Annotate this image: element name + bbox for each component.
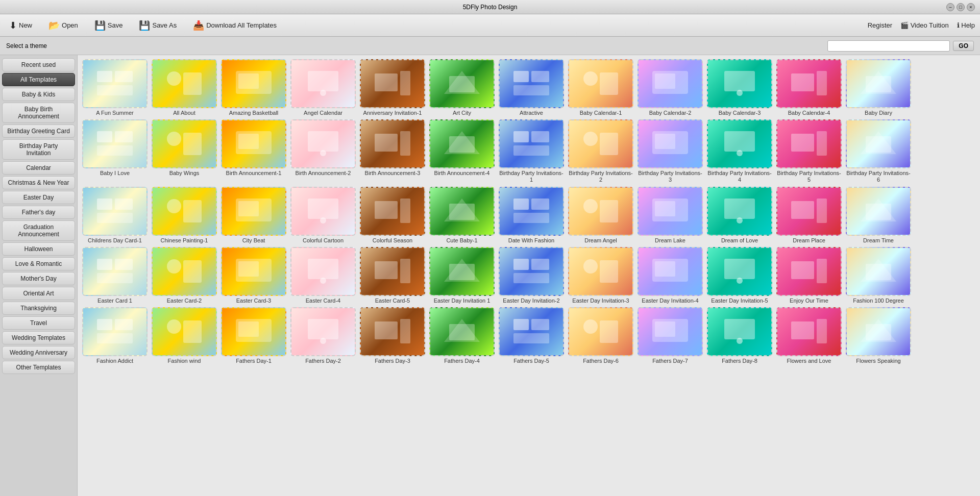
template-item[interactable]: Easter Day Invitation 1 <box>429 247 495 304</box>
sidebar-item-mothers-day[interactable]: Mother's Day <box>2 272 75 285</box>
template-item[interactable]: Birthday Party Invitations-5 <box>776 119 842 183</box>
template-item[interactable]: Birth Announcement-3 <box>359 119 426 183</box>
template-item[interactable]: Birthday Party Invitations-2 <box>568 119 634 183</box>
sidebar-item-love-romantic[interactable]: Love & Romantic <box>2 257 75 270</box>
template-item[interactable]: Dream Angel <box>568 187 634 244</box>
template-item[interactable]: Birthday Party Invitations-3 <box>637 119 703 183</box>
template-label: Enjoy Our Time <box>790 297 828 304</box>
template-item[interactable]: Anniversary Invitation-1 <box>359 59 426 116</box>
template-item[interactable]: Birth Announcement-2 <box>290 119 356 183</box>
sidebar-item-easter[interactable]: Easter Day <box>2 191 75 204</box>
template-item[interactable]: City Beat <box>220 187 287 244</box>
template-item[interactable]: Birthday Party Invitations-6 <box>845 119 912 183</box>
minimize-button[interactable]: – <box>946 3 954 11</box>
template-item[interactable]: Fathers Day-8 <box>706 307 773 364</box>
svg-rect-67 <box>513 213 549 223</box>
new-button[interactable]: ⬇ New <box>5 18 36 33</box>
sidebar-item-thanksgiving[interactable]: Thanksgiving <box>2 302 75 315</box>
template-item[interactable]: Attractive <box>498 59 565 116</box>
template-item[interactable]: Dream Lake <box>637 187 703 244</box>
template-thumbnail <box>708 248 771 295</box>
template-item[interactable]: Easter Card-3 <box>220 247 287 304</box>
template-item[interactable]: Colorful Cartoon <box>290 187 356 244</box>
maximize-button[interactable]: □ <box>957 3 965 11</box>
save-as-button[interactable]: 💾 Save As <box>135 18 181 33</box>
open-button[interactable]: 📂 Open <box>44 18 82 33</box>
template-item[interactable]: Baby Calendar-1 <box>568 59 634 116</box>
template-item[interactable]: Flowers Speaking <box>845 307 912 364</box>
template-item[interactable]: Amazing Basketball <box>220 59 287 116</box>
template-item[interactable]: Easter Card-2 <box>151 247 217 304</box>
template-item[interactable]: A Fun Summer <box>82 59 148 116</box>
template-item[interactable]: Fashion Addict <box>82 307 148 364</box>
template-item[interactable]: Enjoy Our Time <box>776 247 842 304</box>
template-item[interactable]: Easter Day Invitation-3 <box>568 247 634 304</box>
template-item[interactable]: Baby Diary <box>845 59 912 116</box>
sidebar-item-wedding-anniv[interactable]: Wedding Anniversary <box>2 346 75 359</box>
template-item[interactable]: Cute Baby-1 <box>429 187 495 244</box>
search-go-button[interactable]: GO <box>953 41 974 51</box>
sidebar-item-oriental[interactable]: Oriental Art <box>2 287 75 300</box>
sidebar-item-christmas[interactable]: Christmas & New Year <box>2 176 75 189</box>
template-item[interactable]: Fathers Day-5 <box>498 307 565 364</box>
template-item[interactable]: Fathers Day-2 <box>290 307 356 364</box>
template-item[interactable]: Easter Day Invitation-2 <box>498 247 565 304</box>
template-item[interactable]: Baby I Love <box>82 119 148 183</box>
template-item[interactable]: Baby Calendar-4 <box>776 59 842 116</box>
help-link[interactable]: ℹ Help <box>957 21 975 29</box>
template-item[interactable]: Fathers Day-4 <box>429 307 495 364</box>
template-item[interactable]: Chinese Painting-1 <box>151 187 217 244</box>
template-item[interactable]: Fashion 100 Degree <box>845 247 912 304</box>
template-item[interactable]: Easter Card-5 <box>359 247 426 304</box>
template-item[interactable]: Fashion wind <box>151 307 217 364</box>
save-button[interactable]: 💾 Save <box>90 18 127 33</box>
template-thumbnail <box>847 248 910 295</box>
sidebar-item-all-templates[interactable]: All Templates <box>2 73 75 86</box>
close-button[interactable]: × <box>967 3 975 11</box>
template-item[interactable]: Easter Day Invitation-4 <box>637 247 703 304</box>
sidebar-item-travel[interactable]: Travel <box>2 316 75 330</box>
content-area[interactable]: A Fun SummerAll AboutAmazing BasketballA… <box>78 55 980 496</box>
template-item[interactable]: All About <box>151 59 217 116</box>
sidebar-item-fathers-day[interactable]: Father's day <box>2 206 75 219</box>
template-item[interactable]: Easter Card-4 <box>290 247 356 304</box>
template-item[interactable]: Birth Announcement-1 <box>220 119 287 183</box>
template-item[interactable]: Dream of Love <box>706 187 773 244</box>
search-input[interactable] <box>827 40 950 52</box>
sidebar-item-calendar[interactable]: Calendar <box>2 161 75 175</box>
template-item[interactable]: Dream Time <box>845 187 912 244</box>
template-item[interactable]: Date With Fashion <box>498 187 565 244</box>
svg-rect-9 <box>375 73 398 91</box>
template-item[interactable]: Art City <box>429 59 495 116</box>
video-link[interactable]: 🎬 Video Tuition <box>900 21 949 29</box>
template-item[interactable]: Fathers Day-1 <box>220 307 287 364</box>
template-item[interactable]: Colorful Season <box>359 187 426 244</box>
template-item[interactable]: Birth Announcement-4 <box>429 119 495 183</box>
template-item[interactable]: Easter Day Invitation-5 <box>706 247 773 304</box>
template-item[interactable]: Baby Calendar-3 <box>706 59 773 116</box>
sidebar-item-baby-kids[interactable]: Baby & Kids <box>2 88 75 101</box>
template-item[interactable]: Flowers and Love <box>776 307 842 364</box>
sidebar-item-graduation[interactable]: Graduation Announcement <box>2 220 75 241</box>
template-item[interactable]: Birthday Party Invitations-1 <box>498 119 565 183</box>
sidebar-item-birthday-greeting[interactable]: Birthday Greeting Card <box>2 125 75 138</box>
template-item[interactable]: Birthday Party Invitations-4 <box>706 119 773 183</box>
template-item[interactable]: Fathers Day-7 <box>637 307 703 364</box>
template-item[interactable]: Dream Place <box>776 187 842 244</box>
sidebar-item-recent-used[interactable]: Recent used <box>2 58 75 71</box>
template-item[interactable]: Childrens Day Card-1 <box>82 187 148 244</box>
download-button[interactable]: 📥 Download All Templates <box>189 18 281 33</box>
sidebar-item-wedding[interactable]: Wedding Templates <box>2 331 75 344</box>
template-label: Dream Place <box>793 237 825 244</box>
sidebar-item-halloween[interactable]: Halloween <box>2 242 75 256</box>
sidebar-item-baby-birth[interactable]: Baby Birth Announcement <box>2 103 75 123</box>
template-item[interactable]: Baby Calendar-2 <box>637 59 703 116</box>
template-item[interactable]: Baby Wings <box>151 119 217 183</box>
template-item[interactable]: Angel Calendar <box>290 59 356 116</box>
template-item[interactable]: Fathers Day-6 <box>568 307 634 364</box>
template-item[interactable]: Easter Card 1 <box>82 247 148 304</box>
sidebar-item-other[interactable]: Other Templates <box>2 361 75 374</box>
register-link[interactable]: Register <box>868 21 892 29</box>
sidebar-item-birthday-party[interactable]: Birthday Party Invitation <box>2 139 75 160</box>
template-item[interactable]: Fathers Day-3 <box>359 307 426 364</box>
